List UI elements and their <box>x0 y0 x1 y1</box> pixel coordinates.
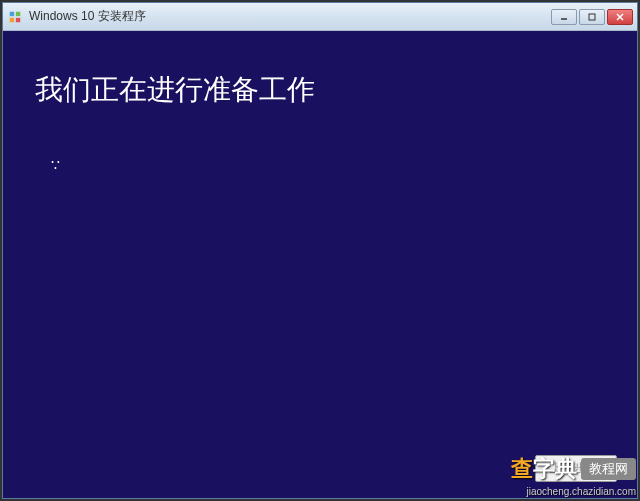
window-title: Windows 10 安装程序 <box>29 8 551 25</box>
svg-rect-0 <box>10 11 14 15</box>
watermark-sublabel: 教程网 <box>581 458 636 480</box>
titlebar: Windows 10 安装程序 <box>3 3 637 31</box>
watermark: 查字典 教程网 jiaocheng.chazidian.com <box>511 454 636 497</box>
svg-rect-1 <box>16 11 20 15</box>
page-heading: 我们正在进行准备工作 <box>35 71 605 109</box>
installer-window: Windows 10 安装程序 我们正在进行准备工作 ∵ 上一步(B) <box>2 2 638 499</box>
content-area: 我们正在进行准备工作 ∵ 上一步(B) <box>3 31 637 498</box>
minimize-button[interactable] <box>551 9 577 25</box>
svg-rect-3 <box>16 17 20 21</box>
app-icon <box>7 9 23 25</box>
maximize-button[interactable] <box>579 9 605 25</box>
loading-spinner-icon: ∵ <box>51 157 605 173</box>
window-controls <box>551 9 633 25</box>
close-button[interactable] <box>607 9 633 25</box>
watermark-main: 查字典 教程网 <box>511 454 636 484</box>
svg-rect-5 <box>589 14 595 20</box>
watermark-url: jiaocheng.chazidian.com <box>526 486 636 497</box>
svg-rect-2 <box>10 17 14 21</box>
watermark-brand: 查字典 <box>511 454 577 484</box>
